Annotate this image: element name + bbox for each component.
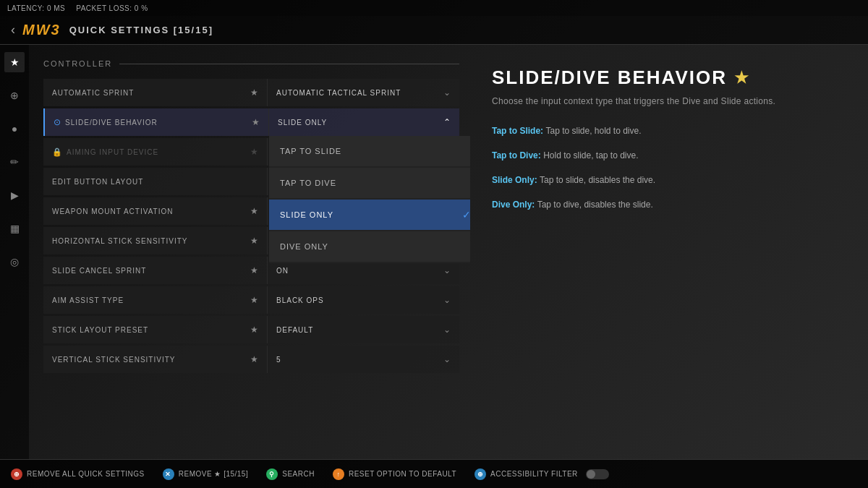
reset-option-label: RESET OPTION TO DEFAULT	[349, 470, 456, 478]
accessibility-toggle[interactable]	[586, 469, 609, 479]
star-icon[interactable]: ★	[250, 295, 258, 305]
chevron-down-icon: ⌄	[443, 295, 451, 305]
slide-dive-value-col[interactable]: SLIDE ONLY ⌃	[269, 108, 459, 136]
vertical-stick-sensitivity-row[interactable]: VERTICAL STICK SENSITIVITY ★ 5 ⌄	[43, 346, 459, 373]
vertical-stick-value-col[interactable]: 5 ⌄	[268, 346, 459, 373]
packet-loss-display: PACKET LOSS: 0 %	[76, 4, 148, 12]
dropdown-option-tap-to-dive[interactable]: TAP TO DIVE	[269, 168, 470, 198]
active-indicator-icon: ⊙	[54, 117, 61, 127]
remove-favorites-button[interactable]: ✕ REMOVE ★ [15/15]	[163, 468, 248, 480]
automatic-sprint-label: AUTOMATIC SPRINT	[52, 89, 134, 97]
aiming-input-device-label: AIMING INPUT DEVICE	[67, 148, 158, 156]
vertical-stick-label: VERTICAL STICK SENSITIVITY	[52, 356, 175, 364]
chevron-up-icon: ⌃	[443, 117, 451, 127]
dropdown-option-tap-to-slide[interactable]: TAP TO SLIDE	[269, 136, 470, 166]
side-navigation: ★ ⊕ ● ✏ ▶ ▦ ◎	[0, 45, 29, 459]
automatic-sprint-value-col[interactable]: AUTOMATIC TACTICAL SPRINT ⌄	[268, 79, 459, 106]
latency-display: LATENCY: 0 MS	[7, 4, 65, 12]
option-desc-tap-to-slide: Tap to slide, hold to dive.	[545, 126, 641, 136]
accessibility-icon: ⊕	[475, 468, 486, 480]
star-icon[interactable]: ★	[250, 354, 258, 364]
remove-all-quick-settings-button[interactable]: ⊕ REMOVE ALL QUICK SETTINGS	[11, 468, 145, 480]
back-button[interactable]: ‹	[11, 22, 15, 38]
slide-cancel-label: SLIDE CANCEL SPRINT	[52, 267, 146, 275]
star-icon[interactable]: ★	[250, 206, 258, 216]
dropdown-option-label: SLIDE ONLY	[280, 210, 333, 219]
selected-check-icon: ✓	[462, 209, 470, 221]
sidebar-item-display[interactable]: ▦	[4, 218, 25, 239]
option-name-tap-to-dive: Tap to Dive:	[492, 150, 543, 160]
aim-assist-type-row[interactable]: AIM ASSIST TYPE ★ BLACK OPS ⌄	[43, 286, 459, 314]
stick-layout-preset-row[interactable]: STICK LAYOUT PRESET ★ DEFAULT ⌄	[43, 316, 459, 343]
aim-assist-label: AIM ASSIST TYPE	[52, 296, 124, 304]
slide-dive-dropdown: TAP TO SLIDE TAP TO DIVE SLIDE ONLY ✓ DI…	[269, 136, 470, 263]
horizontal-stick-label-col: HORIZONTAL STICK SENSITIVITY ★	[43, 227, 268, 254]
behavior-title-text: SLIDE/DIVE BEHAVIOR	[492, 67, 727, 89]
option-name-tap-to-slide: Tap to Slide:	[492, 126, 545, 136]
horizontal-stick-label: HORIZONTAL STICK SENSITIVITY	[52, 237, 187, 245]
sidebar-item-favorites[interactable]: ★	[4, 52, 25, 72]
aim-assist-label-col: AIM ASSIST TYPE ★	[43, 286, 268, 314]
behavior-subtitle: Choose the input context type that trigg…	[492, 96, 846, 106]
status-bar: LATENCY: 0 MS PACKET LOSS: 0 %	[0, 0, 868, 16]
star-favorite-icon[interactable]: ★	[250, 87, 258, 98]
reset-option-button[interactable]: ↑ RESET OPTION TO DEFAULT	[333, 468, 456, 480]
aiming-input-device-label-col: 🔒 AIMING INPUT DEVICE ★	[43, 138, 268, 166]
behavior-option-tap-to-dive: Tap to Dive: Hold to slide, tap to dive.	[492, 149, 846, 162]
star-gold-icon: ★	[734, 69, 750, 87]
sidebar-item-audio[interactable]: ▶	[4, 185, 25, 205]
chevron-down-icon: ⌄	[443, 87, 451, 98]
stick-layout-label: STICK LAYOUT PRESET	[52, 326, 148, 334]
remove-favorites-icon: ✕	[163, 468, 174, 480]
slide-dive-label-col: ⊙ SLIDE/DIVE BEHAVIOR ★	[45, 108, 269, 136]
slide-dive-behavior-row[interactable]: ⊙ SLIDE/DIVE BEHAVIOR ★ SLIDE ONLY ⌃ TAP…	[43, 108, 459, 136]
option-desc-slide-only: Tap to slide, disables the dive.	[540, 175, 655, 185]
sidebar-item-edit[interactable]: ✏	[4, 152, 25, 172]
option-name-slide-only: Slide Only:	[492, 175, 540, 185]
settings-title: QUICK SETTINGS [15/15]	[69, 25, 213, 35]
bottom-bar: ⊕ REMOVE ALL QUICK SETTINGS ✕ REMOVE ★ […	[0, 459, 868, 488]
weapon-mount-label-col: WEAPON MOUNT ACTIVATION ★	[43, 197, 268, 225]
edit-button-label-col: EDIT BUTTON LAYOUT	[43, 168, 268, 195]
chevron-down-icon: ⌄	[443, 354, 451, 364]
star-icon[interactable]: ★	[250, 265, 258, 275]
sidebar-item-controller[interactable]: ⊕	[4, 85, 25, 106]
star-icon[interactable]: ★	[250, 325, 258, 335]
aim-assist-value-col[interactable]: BLACK OPS ⌄	[268, 286, 459, 314]
vertical-stick-value: 5	[276, 356, 443, 364]
section-divider	[119, 64, 459, 64]
vertical-stick-label-col: VERTICAL STICK SENSITIVITY ★	[43, 346, 268, 373]
slide-cancel-value: ON	[276, 267, 443, 275]
star-icon: ★	[250, 147, 258, 157]
settings-panel: CONTROLLER AUTOMATIC SPRINT ★ AUTOMATIC …	[29, 45, 470, 459]
slide-cancel-label-col: SLIDE CANCEL SPRINT ★	[43, 257, 268, 284]
behavior-option-slide-only: Slide Only: Tap to slide, disables the d…	[492, 174, 846, 187]
accessibility-filter-button[interactable]: ⊕ ACCESSIBILITY FILTER	[475, 468, 609, 480]
description-panel: SLIDE/DIVE BEHAVIOR ★ Choose the input c…	[470, 45, 868, 459]
search-label: SEARCH	[282, 470, 315, 478]
option-name-dive-only: Dive Only:	[492, 200, 537, 210]
stick-layout-label-col: STICK LAYOUT PRESET ★	[43, 316, 268, 343]
stick-layout-value: DEFAULT	[276, 326, 443, 334]
section-label: CONTROLLER	[43, 59, 112, 68]
star-icon[interactable]: ★	[250, 236, 258, 246]
dropdown-option-slide-only[interactable]: SLIDE ONLY ✓	[269, 200, 470, 230]
slide-dive-label: SLIDE/DIVE BEHAVIOR	[65, 119, 158, 127]
behavior-option-tap-to-slide: Tap to Slide: Tap to slide, hold to dive…	[492, 124, 846, 137]
chevron-down-icon: ⌄	[443, 265, 451, 275]
sidebar-item-network[interactable]: ◎	[4, 252, 25, 272]
nav-bar: ‹ MW3 QUICK SETTINGS [15/15]	[0, 16, 868, 45]
accessibility-label: ACCESSIBILITY FILTER	[490, 470, 578, 478]
reset-icon: ↑	[333, 468, 344, 480]
dropdown-option-dive-only[interactable]: DIVE ONLY	[269, 231, 470, 262]
stick-layout-value-col[interactable]: DEFAULT ⌄	[268, 316, 459, 343]
option-desc-dive-only: Tap to dive, disables the slide.	[537, 200, 653, 210]
search-button[interactable]: ⚲ SEARCH	[266, 468, 315, 480]
sidebar-item-gamepad[interactable]: ●	[4, 119, 25, 139]
dropdown-option-label: TAP TO SLIDE	[280, 147, 341, 155]
controller-section-header: CONTROLLER	[43, 59, 459, 68]
dropdown-option-label: DIVE ONLY	[280, 242, 328, 251]
automatic-sprint-row[interactable]: AUTOMATIC SPRINT ★ AUTOMATIC TACTICAL SP…	[43, 79, 459, 106]
star-favorite-icon[interactable]: ★	[252, 117, 260, 127]
game-logo: MW3	[22, 22, 61, 38]
